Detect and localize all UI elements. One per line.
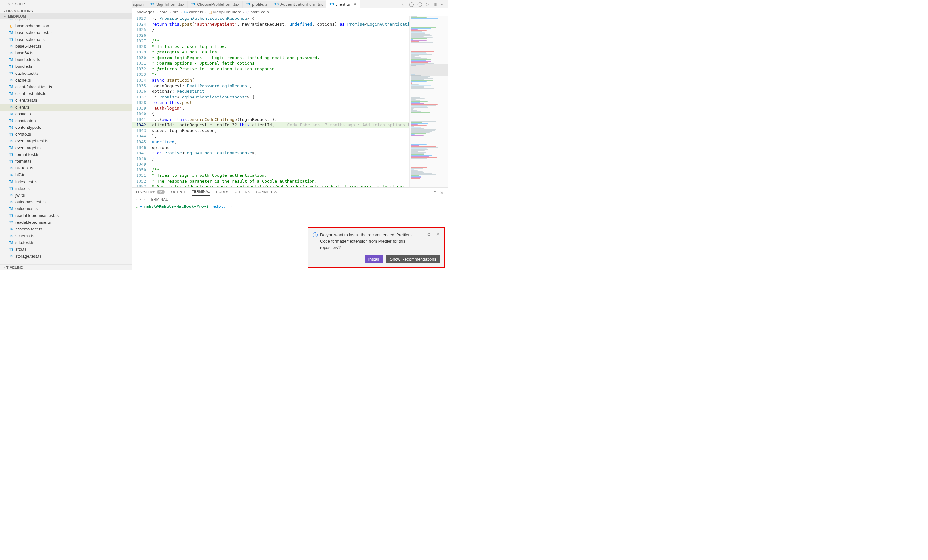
maximize-panel-icon[interactable]: ⌃	[433, 190, 437, 195]
file-item[interactable]: TSsftp.test.ts	[0, 239, 132, 246]
code-line[interactable]: 1035 loginRequest: EmailPasswordLoginReq…	[132, 83, 448, 89]
terminal-prev-icon[interactable]: ›	[136, 198, 137, 201]
code-line[interactable]: 1051 * Tries to sign in with Google auth…	[132, 173, 448, 178]
panel-tab-ports[interactable]: PORTS	[216, 190, 228, 196]
file-item[interactable]: TSconstants.ts	[0, 117, 132, 124]
panel-tab-gitlens[interactable]: GITLENS	[235, 190, 250, 196]
code-editor[interactable]: 1023 ): Promise<LoginAuthenticationRespo…	[132, 16, 448, 187]
crumb-src[interactable]: src	[173, 9, 179, 14]
editor-tab[interactable]: s.json	[132, 1, 147, 8]
file-item[interactable]: TSclient-test-utils.ts	[0, 90, 132, 97]
compare-icon[interactable]: ⇄	[402, 2, 406, 7]
editor-tab[interactable]: TSAuthenticationForm.tsx	[271, 1, 327, 8]
code-line[interactable]: 1023 ): Promise<LoginAuthenticationRespo…	[132, 16, 448, 21]
code-line[interactable]: 1053 * See: https://developers.google.co…	[132, 184, 448, 187]
file-item[interactable]: TScontenttype.ts	[0, 124, 132, 131]
code-line[interactable]: 1028 * Initiates a user login flow.	[132, 44, 448, 50]
file-item[interactable]: TSoutcomes.ts	[0, 205, 132, 212]
install-button[interactable]: Install	[365, 255, 383, 263]
editor-tab[interactable]: TSclient.ts✕	[327, 0, 360, 8]
file-item[interactable]: TSjwt.ts	[0, 192, 132, 198]
panel-tab-comments[interactable]: COMMENTS	[256, 190, 276, 196]
file-item[interactable]: TSformat.ts	[0, 158, 132, 164]
file-item[interactable]: TSoutcomes.test.ts	[0, 198, 132, 205]
code-line[interactable]: 1048 }	[132, 156, 448, 162]
file-item[interactable]: TScache.test.ts	[0, 70, 132, 77]
file-item[interactable]: {}base-schema.json	[0, 22, 132, 29]
code-line[interactable]: 1033 */	[132, 72, 448, 78]
crumb-core[interactable]: core	[160, 9, 168, 14]
code-line[interactable]: 1044 },	[132, 133, 448, 139]
crumb-packages[interactable]: packages	[137, 9, 154, 14]
code-line[interactable]: 1034 async startLogin(	[132, 78, 448, 83]
open-editors-section[interactable]: OPEN EDITORS	[0, 8, 132, 14]
minimap[interactable]	[409, 16, 448, 187]
minimap-slider[interactable]	[410, 64, 448, 76]
file-item[interactable]: TSclient.ts	[0, 103, 132, 110]
timeline-section[interactable]: TIMELINE	[0, 264, 132, 271]
next-icon[interactable]: ◯	[417, 2, 423, 7]
file-item[interactable]: TSstorage.test.ts	[0, 253, 132, 260]
code-line[interactable]: 1038 return this.post(	[132, 100, 448, 105]
split-icon[interactable]: ▯▯	[432, 2, 438, 7]
file-item[interactable]: TSclient-fhircast.test.ts	[0, 84, 132, 90]
editor-tab[interactable]: TSSignInForm.tsx	[147, 1, 188, 8]
file-item[interactable]: TSschema.ts	[0, 232, 132, 239]
file-item[interactable]: TSeventtarget.test.ts	[0, 137, 132, 144]
panel-tab-terminal[interactable]: TERMINAL	[192, 190, 210, 196]
code-line[interactable]: 1024 return this.post('auth/newpatient',…	[132, 21, 448, 27]
panel-tab-output[interactable]: OUTPUT	[171, 190, 185, 196]
crumb-file[interactable]: TSclient.ts	[183, 9, 203, 14]
file-item[interactable]: TSbundle.ts	[0, 63, 132, 70]
file-item[interactable]: TSindex.ts	[0, 185, 132, 192]
sidebar-more-icon[interactable]: ···	[123, 1, 128, 7]
code-line[interactable]: 1031 * @param options - Optional fetch o…	[132, 61, 448, 66]
file-item[interactable]: TSbase64.ts	[0, 50, 132, 56]
file-item[interactable]: TSbase64.test.ts	[0, 43, 132, 50]
code-line[interactable]: 1036 options?: RequestInit	[132, 88, 448, 94]
panel-tab-problems[interactable]: PROBLEMS45	[136, 190, 165, 196]
file-item[interactable]: TSconfig.ts	[0, 111, 132, 117]
file-item[interactable]: TSreadablepromise.ts	[0, 219, 132, 226]
prev-icon[interactable]: ◯	[409, 2, 414, 7]
code-line[interactable]: 1037 ): Promise<LoginAuthenticationRespo…	[132, 94, 448, 100]
code-line[interactable]: 1052 * The response parameter is the res…	[132, 178, 448, 184]
file-item[interactable]: TScrypto.ts	[0, 131, 132, 137]
file-item[interactable]: TSbase-schema.test.ts	[0, 29, 132, 36]
crumb-class[interactable]: ◫MedplumClient	[209, 9, 241, 14]
file-item[interactable]: TSagent.ts	[0, 19, 132, 22]
code-line[interactable]: 1027 /**	[132, 38, 448, 44]
file-item[interactable]: TSclient.test.ts	[0, 97, 132, 103]
code-line[interactable]: 1049	[132, 161, 448, 167]
terminal-next-icon[interactable]: ›	[140, 198, 141, 201]
code-line[interactable]: 1050 /**	[132, 167, 448, 173]
code-line[interactable]: 1045 undefined,	[132, 139, 448, 145]
breadcrumb[interactable]: packages› core› src› TSclient.ts› ◫Medpl…	[132, 8, 448, 16]
code-line[interactable]: 1043 scope: loginRequest.scope,	[132, 128, 448, 134]
file-item[interactable]: TSsftp.ts	[0, 246, 132, 253]
tab-close-icon[interactable]: ✕	[353, 2, 357, 7]
code-line[interactable]: 1030 * @param loginRequest - Login reque…	[132, 55, 448, 61]
code-line[interactable]: 1047 ) as Promise<LoginAuthenticationRes…	[132, 150, 448, 156]
code-line[interactable]: 1032 * @returns Promise to the authentic…	[132, 66, 448, 72]
code-line[interactable]: 1042 clientId: loginRequest.clientId ?? …	[132, 122, 448, 128]
file-item[interactable]: TSeventtarget.ts	[0, 145, 132, 151]
file-item[interactable]: TSreadablepromise.test.ts	[0, 212, 132, 219]
more-icon[interactable]: ···	[441, 2, 444, 7]
project-section[interactable]: MEDPLUM	[0, 14, 132, 19]
file-item[interactable]: TSformat.test.ts	[0, 151, 132, 158]
editor-tab[interactable]: TSprofile.ts	[243, 1, 271, 8]
code-line[interactable]: 1026	[132, 33, 448, 38]
code-line[interactable]: 1040 {	[132, 111, 448, 117]
crumb-method[interactable]: ⬡startLogin	[246, 9, 269, 14]
code-line[interactable]: 1025 }	[132, 27, 448, 33]
run-icon[interactable]: ▷	[426, 2, 429, 7]
file-item[interactable]: TScache.ts	[0, 77, 132, 84]
editor-tab[interactable]: TSChooseProfileForm.tsx	[188, 1, 243, 8]
file-item[interactable]: TSbase-schema.ts	[0, 36, 132, 43]
file-item[interactable]: TSbundle.test.ts	[0, 56, 132, 63]
file-list[interactable]: TSagent.ts{}base-schema.jsonTSbase-schem…	[0, 19, 132, 264]
show-recommendations-button[interactable]: Show Recommendations	[386, 255, 440, 263]
file-item[interactable]: TSindex.test.ts	[0, 178, 132, 185]
file-item[interactable]: TShl7.test.ts	[0, 164, 132, 171]
